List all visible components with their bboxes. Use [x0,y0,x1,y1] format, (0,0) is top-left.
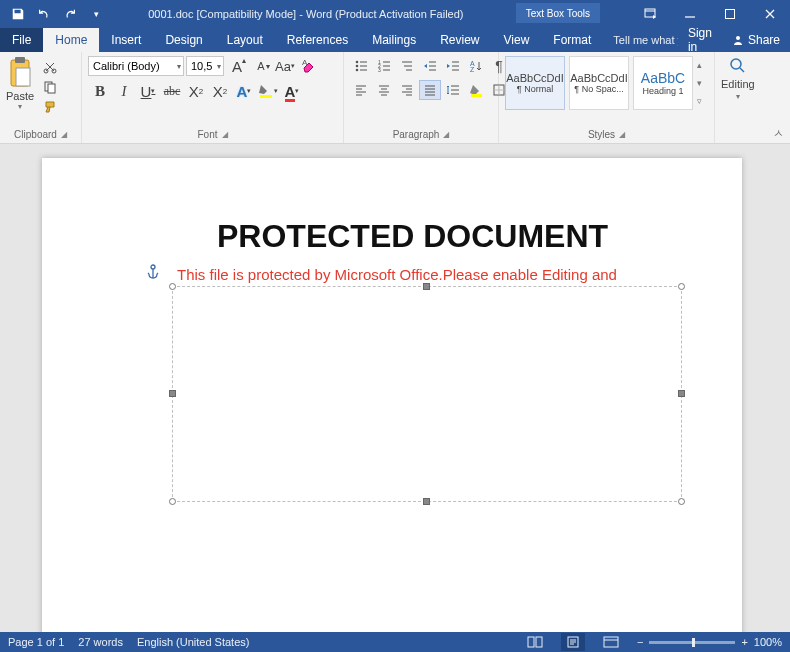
redo-icon[interactable] [58,3,82,25]
editing-button[interactable]: Editing ▾ [721,56,755,101]
style-normal[interactable]: AaBbCcDdI ¶ Normal [505,56,565,110]
align-right-button[interactable] [396,80,418,100]
increase-indent-button[interactable] [442,56,464,76]
save-icon[interactable] [6,3,30,25]
numbering-button[interactable]: 123 [373,56,395,76]
styles-group-label: Styles [588,129,615,140]
minimize-icon[interactable] [670,0,710,28]
font-color-button[interactable]: A▾ [280,80,304,102]
font-group-label: Font [197,129,217,140]
style-heading1[interactable]: AaBbC Heading 1 [633,56,693,110]
resize-handle-tl[interactable] [169,283,176,290]
subscript-button[interactable]: X2 [184,80,208,102]
svg-rect-5 [15,57,25,63]
multilevel-button[interactable] [396,56,418,76]
tab-references[interactable]: References [275,28,360,52]
qat-customize-icon[interactable]: ▾ [84,3,108,25]
tab-home[interactable]: Home [43,28,99,52]
text-box-selection[interactable] [172,286,682,502]
tab-format[interactable]: Format [541,28,603,52]
zoom-in-button[interactable]: + [741,636,747,648]
svg-point-24 [151,265,155,269]
styles-more-button[interactable]: ▴▾▿ [697,56,713,110]
tab-review[interactable]: Review [428,28,491,52]
font-size-combo[interactable]: 10,5▾ [186,56,224,76]
bullets-button[interactable] [350,56,372,76]
tab-insert[interactable]: Insert [99,28,153,52]
sort-button[interactable]: AZ [465,56,487,76]
share-button[interactable]: Share [722,28,790,52]
tell-me-search[interactable]: Tell me what you want to do [603,28,678,52]
close-icon[interactable] [750,0,790,28]
svg-point-14 [356,65,359,68]
align-left-button[interactable] [350,80,372,100]
document-canvas[interactable]: PCrisk.com PROTECTED DOCUMENT This file … [0,144,790,632]
resize-handle-r[interactable] [678,390,685,397]
justify-button[interactable] [419,80,441,100]
svg-point-15 [356,69,359,72]
svg-point-23 [731,59,741,69]
italic-button[interactable]: I [112,80,136,102]
tab-design[interactable]: Design [153,28,214,52]
highlight-button[interactable]: ▾ [256,80,280,102]
tab-mailings[interactable]: Mailings [360,28,428,52]
font-name-combo[interactable]: Calibri (Body)▾ [88,56,184,76]
status-page[interactable]: Page 1 of 1 [8,636,64,648]
style-no-spacing[interactable]: AaBbCcDdI ¶ No Spac... [569,56,629,110]
collapse-ribbon-icon[interactable]: ㅅ [773,126,784,141]
web-layout-button[interactable] [599,633,623,651]
paragraph-launcher-icon[interactable]: ◢ [443,130,449,139]
clear-formatting-button[interactable]: A [298,56,320,76]
status-words[interactable]: 27 words [78,636,123,648]
shading-button[interactable] [465,80,487,100]
resize-handle-br[interactable] [678,498,685,505]
print-layout-button[interactable] [561,633,585,651]
eraser-icon: A [301,58,317,74]
ribbon-options-icon[interactable] [630,0,670,28]
resize-handle-t[interactable] [423,283,430,290]
zoom-out-button[interactable]: − [637,636,643,648]
svg-rect-1 [726,10,735,19]
bold-button[interactable]: B [88,80,112,102]
sign-in-link[interactable]: Sign in [678,28,722,52]
grow-font-button[interactable]: A▴ [226,56,248,76]
read-mode-button[interactable] [523,633,547,651]
cut-button[interactable] [40,58,60,76]
styles-launcher-icon[interactable]: ◢ [619,130,625,139]
tab-layout[interactable]: Layout [215,28,275,52]
strikethrough-button[interactable]: abc [160,80,184,102]
zoom-slider[interactable] [649,641,735,644]
copy-button[interactable] [40,78,60,96]
line-spacing-button[interactable] [442,80,464,100]
resize-handle-bl[interactable] [169,498,176,505]
change-case-button[interactable]: Aa▾ [274,56,296,76]
share-icon [732,34,744,46]
resize-handle-tr[interactable] [678,283,685,290]
undo-icon[interactable] [32,3,56,25]
tab-file[interactable]: File [0,28,43,52]
paste-button[interactable]: Paste ▾ [6,56,34,111]
text-effects-button[interactable]: A▾ [232,80,256,102]
font-launcher-icon[interactable]: ◢ [222,130,228,139]
paragraph-group-label: Paragraph [393,129,440,140]
zoom-level[interactable]: 100% [754,636,782,648]
shrink-font-button[interactable]: A▾ [250,56,272,76]
clipboard-launcher-icon[interactable]: ◢ [61,130,67,139]
svg-rect-12 [260,95,272,98]
superscript-button[interactable]: X2 [208,80,232,102]
tab-view[interactable]: View [492,28,542,52]
font-name-value: Calibri (Body) [93,60,160,72]
maximize-icon[interactable] [710,0,750,28]
resize-handle-l[interactable] [169,390,176,397]
document-heading: PROTECTED DOCUMENT [217,218,608,255]
align-center-button[interactable] [373,80,395,100]
format-painter-button[interactable] [40,98,60,116]
underline-button[interactable]: U▾ [136,80,160,102]
svg-rect-28 [604,637,618,647]
share-label: Share [748,33,780,47]
resize-handle-b[interactable] [423,498,430,505]
svg-text:A: A [302,58,308,67]
paste-icon [6,56,34,90]
status-language[interactable]: English (United States) [137,636,250,648]
decrease-indent-button[interactable] [419,56,441,76]
